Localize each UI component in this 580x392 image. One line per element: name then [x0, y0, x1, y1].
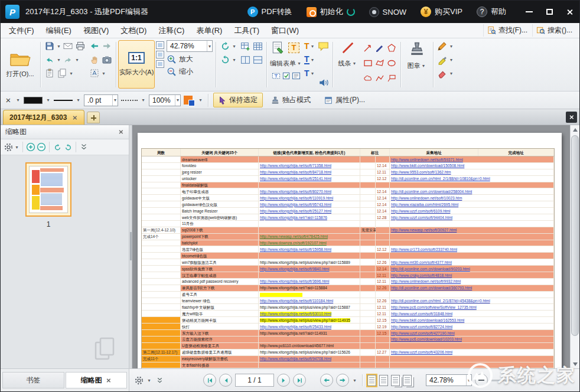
page-thumbnail-selected[interactable]: [25, 162, 71, 217]
line-style-sample[interactable]: [54, 100, 73, 101]
help-button[interactable]: ? 帮助: [477, 6, 506, 17]
menu-edit[interactable]: 编辑(E): [40, 23, 77, 38]
close-button[interactable]: [559, 1, 579, 23]
columns-icon[interactable]: [239, 54, 251, 66]
pdf-link[interactable]: http://www.uzzf.com/soft/43206.html: [391, 350, 452, 354]
document-tab[interactable]: 2017年12月_6303: [3, 110, 84, 125]
pencil-dropdown[interactable]: [449, 40, 454, 52]
pdf-link[interactable]: http://www.pc6.com/download/10203.html: [391, 337, 462, 341]
fit-width-icon[interactable]: [156, 41, 164, 49]
edit-form-label[interactable]: 编辑表单: [270, 59, 296, 68]
previous-view-icon[interactable]: [89, 40, 100, 52]
text-box-tool[interactable]: T: [304, 55, 309, 64]
menu-tools[interactable]: 工具(T): [228, 23, 265, 38]
rotate-left-icon[interactable]: [219, 40, 231, 52]
fill-color-dropdown[interactable]: [198, 94, 203, 106]
select-dropdown[interactable]: [101, 67, 106, 79]
pdf-link[interactable]: http://www.onlinedown.net/soft/59371.htm…: [391, 158, 463, 162]
tab-bookmarks[interactable]: 书签: [2, 372, 64, 388]
arrow-tool-icon[interactable]: [362, 42, 374, 54]
table-icon[interactable]: [252, 40, 263, 52]
rotate-right-dropdown[interactable]: [232, 54, 237, 66]
rectangle-tool-icon[interactable]: [362, 57, 374, 69]
pdf-link[interactable]: http://www.uzzf.com/soft/82724.html: [391, 325, 452, 329]
minimize-button[interactable]: [519, 1, 539, 23]
pdf-link[interactable]: http://www.xitongzhijia.net/plus/view.ph…: [260, 305, 350, 309]
pdf-link[interactable]: http://www.downza.cn/soft/192107.html: [260, 241, 327, 245]
document-view[interactable]: 周数关键词 共关键词35个链接(黄色代表新增页面, 粉色代表提到1月)标注采集地…: [132, 125, 579, 368]
pdf-link[interactable]: http://dl.pconline.com.cn/download/36079…: [391, 286, 472, 290]
eraser-dropdown[interactable]: [449, 67, 454, 79]
highlighter-dropdown[interactable]: [449, 54, 454, 66]
pdf-link[interactable]: http://www.uzzf.com/soft/94404.html: [391, 215, 452, 220]
pdf-link[interactable]: http://www.xiazaiba.com/html/2695.html: [391, 202, 458, 207]
undo-icon[interactable]: [44, 54, 56, 66]
zoom-slider[interactable]: [491, 380, 532, 381]
panel-close-icon[interactable]: [119, 130, 123, 135]
search-button[interactable]: 搜索()...: [532, 24, 576, 37]
stamp-label[interactable]: 图章: [408, 61, 421, 70]
pdf-link[interactable]: http://www.crsky.com/soft/4818.html: [391, 273, 452, 277]
single-page-view-button[interactable]: [367, 375, 376, 386]
form-checkbox-icon[interactable]: [281, 71, 291, 80]
pdf-link[interactable]: http://www.xitongzhijia.net/soft/110184.…: [260, 299, 333, 303]
rotate-right-icon[interactable]: [219, 54, 231, 66]
undo-dropdown[interactable]: [56, 54, 61, 66]
stroke-color-swatch[interactable]: [24, 97, 43, 104]
zoom-out-button[interactable]: 缩小: [167, 67, 213, 77]
hand-tool-icon[interactable]: [89, 54, 100, 66]
form-text-field-icon[interactable]: [271, 71, 281, 80]
buy-vip-button[interactable]: ¥ 购买VIP: [421, 6, 462, 17]
pdf-link[interactable]: http://www.xitongzhijia.net/soft/15958.h…: [260, 247, 331, 251]
pdf-link[interactable]: http://www.bkill.com/download/162553.htm…: [391, 318, 464, 322]
status-zoom-combo[interactable]: 42.78%: [426, 374, 472, 386]
maximize-button[interactable]: [539, 1, 559, 23]
pdf-link[interactable]: http://www.xitongzhijia.net/soft/110919.…: [260, 196, 333, 200]
pdf-link[interactable]: http://www.xitongzhijia.net/plus/view.ph…: [260, 350, 350, 354]
facing-pages-view-button[interactable]: [391, 375, 400, 386]
menu-window[interactable]: 窗口(W): [265, 23, 305, 38]
stroke-width-combo[interactable]: .0 pt: [84, 94, 118, 106]
view-history-dropdown[interactable]: [352, 374, 357, 386]
menu-file[interactable]: 文件(F): [3, 23, 40, 38]
panel-settings-gear-icon[interactable]: [4, 142, 13, 152]
stroke-color-dropdown[interactable]: [45, 94, 51, 106]
pdf-link[interactable]: http://www.cr173.com/soft/233740.html: [391, 247, 457, 251]
menu-comment[interactable]: 注释(C): [152, 23, 190, 38]
pdf-link[interactable]: http://www.xitongzhijia.net/soft/3696.ht…: [260, 279, 329, 283]
copy-pages-icon[interactable]: [56, 67, 68, 79]
polyline-tool-icon[interactable]: [374, 73, 386, 84]
pdf-link[interactable]: http://www.onlinedown.net/soft/10023.htm: [391, 196, 462, 200]
text-comment-tool[interactable]: T: [304, 69, 309, 77]
text-comment-dropdown[interactable]: [310, 67, 315, 79]
fit-page-icon[interactable]: [156, 51, 164, 58]
first-page-button[interactable]: [203, 374, 216, 387]
no-line-icon[interactable]: [4, 96, 12, 105]
stamp-dropdown[interactable]: [421, 60, 426, 71]
pdf-link[interactable]: http://www.uzzf.com/soft/31848.html: [391, 312, 452, 316]
note-comment-icon[interactable]: [318, 40, 330, 52]
edit-form-dropdown[interactable]: [296, 57, 302, 69]
opacity-combo[interactable]: 100%: [149, 94, 181, 106]
pdf-link[interactable]: http://www.pc6110.cn/download/45677.html: [260, 344, 334, 348]
line-style-dropdown[interactable]: [76, 94, 81, 106]
previous-view-button[interactable]: [320, 374, 333, 387]
redo-dropdown[interactable]: [74, 54, 80, 66]
pdf-link[interactable]: http://dl.pconline.com.cn/download/90203…: [391, 267, 470, 271]
text-box-dropdown[interactable]: [310, 54, 315, 66]
typewriter-tool[interactable]: T: [304, 42, 309, 50]
pdf-link[interactable]: http://www.xitongzhijia.net/soft/25127.h…: [260, 209, 331, 213]
pencil-tool-icon[interactable]: [436, 40, 448, 52]
cloud-tool-icon[interactable]: [362, 73, 374, 84]
form-list-icon[interactable]: [291, 71, 301, 80]
rotate-left-dropdown[interactable]: [232, 40, 237, 52]
pdf-link[interactable]: http://www.mt30.com/soft/4377.html: [391, 260, 452, 264]
select-text-icon[interactable]: [89, 67, 100, 79]
last-page-button[interactable]: [293, 374, 306, 387]
tab-thumbnails[interactable]: 缩略图: [66, 372, 128, 388]
pdf-link[interactable]: http://www.xitongzhijia.net/soft/80270.h…: [260, 190, 331, 194]
next-view-button[interactable]: [336, 374, 349, 387]
callout-tool-icon[interactable]: [386, 73, 397, 84]
initialize-button[interactable]: 初始化: [307, 6, 355, 17]
pentagon-tool-icon[interactable]: [386, 42, 397, 54]
